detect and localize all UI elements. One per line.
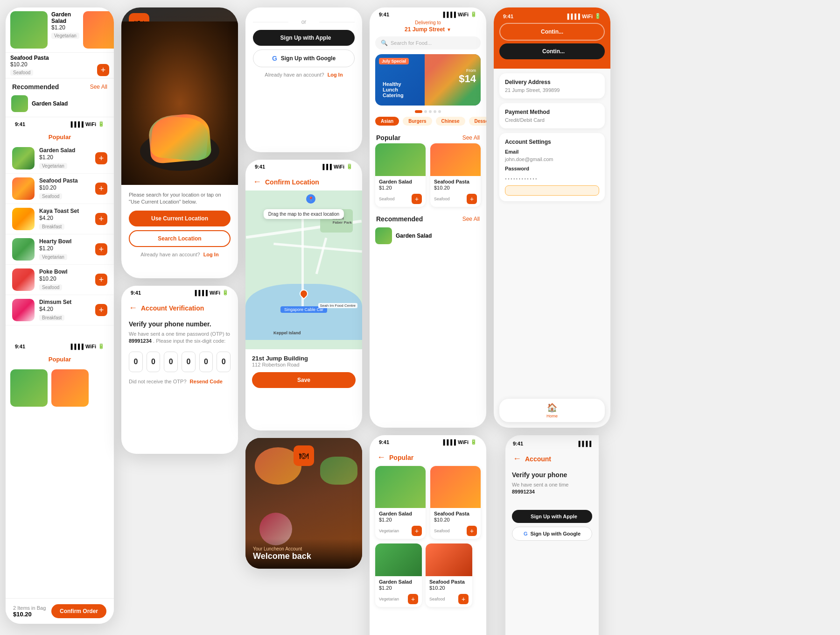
home-recommended-name: Garden Salad xyxy=(396,233,432,239)
verify-heading: Verify your phone number. xyxy=(129,320,231,328)
recommended-title: Recommended xyxy=(12,83,59,91)
category-chip-desserts[interactable]: Desserts xyxy=(469,117,487,126)
nav-home-label: Home xyxy=(546,414,558,418)
dot-2 xyxy=(424,110,427,113)
continue-btn-1[interactable]: Contin... xyxy=(499,23,605,41)
save-location-btn[interactable]: Save xyxy=(252,372,356,388)
seah-im-label: Seah Im Food Centre xyxy=(318,303,357,308)
resend-link[interactable]: Resend Code xyxy=(190,379,223,384)
home-food-body-salad: Garden Salad $1.20 xyxy=(375,176,426,194)
search-location-btn[interactable]: Search Location xyxy=(129,230,231,247)
food-price-bowl: $1.20 xyxy=(39,245,91,252)
add-poke-btn[interactable]: + xyxy=(95,274,107,286)
add-dimsum-btn[interactable]: + xyxy=(95,304,107,316)
category-chip-chinese[interactable]: Chinese xyxy=(436,117,465,126)
apple-btn-label: Sign Up with Apple xyxy=(280,35,331,41)
battery-icon-verify: 🔋 xyxy=(222,289,229,296)
status-bar-delivery: 9:41 ▐▐▐▐ WiFi 🔋 xyxy=(494,7,610,21)
use-location-btn[interactable]: Use Current Location xyxy=(129,211,231,226)
food-info-salad: Garden Salad $1.20 Vegetarian xyxy=(39,147,91,169)
search-placeholder: Search for Food... xyxy=(391,40,432,46)
map-area[interactable]: MountFaber Park 📍 Drag the map to the ex… xyxy=(245,190,362,349)
home-food-grid: Garden Salad $1.20 Seafood + Seafood Pas… xyxy=(370,143,486,211)
pop-add-extra2[interactable]: + xyxy=(458,594,469,604)
confirm-order-btn[interactable]: Confirm Order xyxy=(51,604,106,618)
home-food-footer-salad: Seafood + xyxy=(375,194,426,207)
address-row[interactable]: 21 Jump Street ▼ xyxy=(370,26,486,33)
password-input-field[interactable] xyxy=(505,185,599,196)
pop-add-extra1[interactable]: + xyxy=(408,594,418,604)
list-item: Dimsum Set $4.20 Breakfast + xyxy=(6,295,114,325)
category-chip-asian[interactable]: Asian xyxy=(375,117,399,126)
add-salad-btn[interactable]: + xyxy=(95,152,107,164)
col-delivery: 9:41 ▐▐▐▐ WiFi 🔋 Contin... Contin... Del… xyxy=(494,7,610,635)
home-add-salad[interactable]: + xyxy=(412,194,422,204)
battery-icon-map: 🔋 xyxy=(346,163,353,169)
wifi-icon-1: WiFi xyxy=(85,121,96,127)
account-google-btn[interactable]: G Sign Up with Google xyxy=(512,527,592,541)
screen-welcome-back: 🍽 Your Luncheon Account Welcome back xyxy=(245,438,362,569)
recommended-see-all[interactable]: See All xyxy=(90,84,107,90)
pop-add-pasta[interactable]: + xyxy=(467,526,477,536)
pop-back-btn[interactable]: ← xyxy=(377,452,385,462)
account-header: ← Account xyxy=(505,448,599,467)
nav-home[interactable]: 🏠 Home xyxy=(546,402,558,418)
home-popular-see-all[interactable]: See All xyxy=(462,134,480,141)
map-back-btn[interactable]: ← xyxy=(253,177,261,187)
login-link[interactable]: Log In xyxy=(203,252,219,257)
status-icons-verify: ▐▐▐▐ WiFi 🔋 xyxy=(193,289,229,296)
continue-apple-btn[interactable]: Contin... xyxy=(499,43,605,59)
add-bowl-btn[interactable]: + xyxy=(95,243,107,255)
promo-title: Healthy Lunch Catering xyxy=(383,81,404,98)
pop-extra2-footer: Seafood + xyxy=(426,594,472,607)
account-google-label: Sign Up with Google xyxy=(531,531,581,536)
delivery-payment-value: Credit/Debit Card xyxy=(505,117,599,123)
otp-box-5[interactable]: 0 xyxy=(199,352,213,372)
add-toast-btn[interactable]: + xyxy=(95,213,107,225)
resend-prefix: Did not receive the OTP? xyxy=(129,379,187,384)
delivery-settings-card: Account Settings Email john.doe@gmail.co… xyxy=(499,133,605,201)
apple-signup-btn[interactable]: Sign Up with Apple xyxy=(253,30,355,46)
signal-icon-verify: ▐▐▐▐ xyxy=(193,290,208,296)
pop-food-price-pasta: $10.20 xyxy=(434,517,477,522)
home-recommended-see-all[interactable]: See All xyxy=(462,216,480,222)
verify-desc-prefix: We have sent a one time password (OTP) t… xyxy=(129,331,230,337)
signup-login-link[interactable]: Log In xyxy=(328,72,343,78)
otp-box-1[interactable]: 0 xyxy=(129,352,143,372)
delivery-payment-card: Payment Method Credit/Debit Card xyxy=(499,103,605,128)
otp-box-6[interactable]: 0 xyxy=(217,352,231,372)
status-bar-pop: 9:41 ▐▐▐▐ WiFi 🔋 xyxy=(370,435,486,447)
add-pasta-btn-2[interactable]: + xyxy=(95,183,107,195)
home-add-pasta[interactable]: + xyxy=(467,194,477,204)
promo-card[interactable]: July Special Healthy Lunch Catering From… xyxy=(375,54,481,106)
status-icons-delivery: ▐▐▐▐ WiFi 🔋 xyxy=(566,13,601,19)
bottom-bar: 2 Items in Bag $10.20 Confirm Order xyxy=(6,598,114,624)
otp-box-4[interactable]: 0 xyxy=(182,352,196,372)
screen-popular-bottom: 9:41 ▐▐▐▐ WiFi 🔋 ← Popular Garden Salad … xyxy=(370,435,486,635)
verify-back-btn[interactable]: ← xyxy=(129,303,137,313)
battery-icon-delivery: 🔋 xyxy=(595,13,601,19)
otp-box-2[interactable]: 0 xyxy=(147,352,161,372)
battery-icon-1: 🔋 xyxy=(98,121,105,127)
pop-extra1-price: $1.20 xyxy=(379,585,418,591)
time-pop: 9:41 xyxy=(379,439,389,445)
home-food-name-salad: Garden Salad xyxy=(379,179,422,184)
verify-title: Account Verification xyxy=(141,304,204,312)
delivery-top-btns: Contin... Contin... xyxy=(494,21,610,69)
account-apple-btn[interactable]: Sign Up with Apple xyxy=(512,510,592,523)
food-name-bowl: Hearty Bowl xyxy=(39,238,91,245)
add-pasta-btn[interactable]: + xyxy=(97,64,109,76)
otp-box-3[interactable]: 0 xyxy=(164,352,178,372)
pop-add-salad[interactable]: + xyxy=(412,526,422,536)
search-bar[interactable]: 🔍 Search for Food... xyxy=(375,36,481,49)
category-chip-burgers[interactable]: Burgers xyxy=(403,117,432,126)
recommended-item-row: Garden Salad xyxy=(6,92,114,115)
delivery-address-card: Delivery Address 21 Jump Street, 399899 xyxy=(499,73,605,99)
signal-icon-account: ▐▐▐▐ xyxy=(577,441,591,446)
dot-5 xyxy=(438,110,441,113)
food-img-dimsum xyxy=(12,299,35,321)
account-signup-btns: Sign Up with Apple G Sign Up with Google xyxy=(505,506,599,549)
account-back-btn[interactable]: ← xyxy=(513,454,521,464)
google-signup-btn[interactable]: G Sign Up with Google xyxy=(253,49,355,67)
welcome-back-title: Welcome back xyxy=(253,551,355,561)
